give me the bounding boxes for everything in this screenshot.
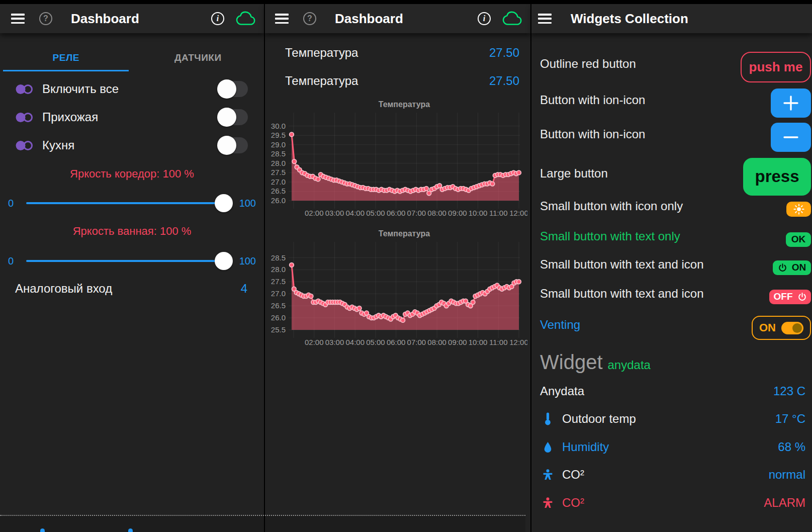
slider-caption-corridor: Яркость коредор: 100 % <box>0 167 264 182</box>
widget-row: Small button with icon only <box>540 197 811 221</box>
on-button[interactable]: ON <box>773 260 811 275</box>
push-me-button[interactable]: push me <box>741 52 811 82</box>
tab-datchiki[interactable]: ДАТЧИКИ <box>132 44 264 71</box>
slider-track[interactable] <box>26 260 231 262</box>
sunny-button[interactable] <box>786 202 811 217</box>
svg-text:28.5: 28.5 <box>271 149 286 158</box>
info-icon[interactable]: i <box>211 12 224 25</box>
widget-row-label: Small button with text and icon <box>540 257 704 272</box>
slider-max-label: 100 <box>235 198 256 209</box>
svg-text:07:00: 07:00 <box>407 338 426 346</box>
menu-icon[interactable] <box>275 14 289 24</box>
ok-button[interactable]: OK <box>786 232 811 247</box>
cloud-icon <box>502 11 523 26</box>
app-bar: ? Dashboard i <box>0 4 264 33</box>
svg-text:29.5: 29.5 <box>271 131 286 139</box>
temperature-label: Температура <box>285 46 358 60</box>
data-row-humidity: Humidity 68 % <box>540 436 805 458</box>
data-row-value: normal <box>769 468 805 482</box>
svg-text:12:00: 12:00 <box>509 338 527 346</box>
widget-row: Venting ON <box>540 314 811 342</box>
remove-button[interactable] <box>771 123 811 152</box>
analog-input-value: 4 <box>241 282 247 296</box>
panel-divider <box>530 0 531 532</box>
venting-label: Venting <box>540 318 580 332</box>
svg-text:28.5: 28.5 <box>271 253 286 262</box>
brightness-slider-bathroom[interactable]: 0 100 <box>8 251 256 271</box>
switch-row-all: Включить все <box>0 75 264 103</box>
svg-text:03:00: 03:00 <box>325 338 344 346</box>
svg-text:04:00: 04:00 <box>345 338 365 346</box>
widget-row: Button with ion-icon <box>540 87 811 119</box>
svg-text:27.5: 27.5 <box>271 277 286 286</box>
widget-row: Button with ion-icon <box>540 121 811 153</box>
switch-hallway[interactable] <box>219 109 248 125</box>
svg-text:08:00: 08:00 <box>427 209 446 217</box>
data-row-label: CO² <box>562 496 584 510</box>
svg-text:05:00: 05:00 <box>366 209 385 217</box>
svg-text:02:00: 02:00 <box>305 209 324 217</box>
slider-min-label: 0 <box>8 255 22 267</box>
help-icon[interactable]: ? <box>39 12 52 25</box>
off-button-text: OFF <box>774 291 793 302</box>
body-icon <box>542 497 554 509</box>
data-row-label: Humidity <box>562 440 609 454</box>
minus-icon <box>782 128 800 146</box>
active-tab-underline <box>3 70 129 71</box>
menu-icon[interactable] <box>11 14 25 24</box>
slider-track[interactable] <box>26 202 231 204</box>
venting-toggle-button[interactable]: ON <box>752 316 811 340</box>
help-icon[interactable]: ? <box>303 12 316 25</box>
body-icon <box>542 469 554 481</box>
switch-label: Кухня <box>42 138 74 152</box>
menu-icon[interactable] <box>538 14 552 24</box>
svg-text:28.0: 28.0 <box>271 265 286 274</box>
slider-knob[interactable] <box>215 252 233 270</box>
venting-toggle[interactable] <box>781 322 803 334</box>
svg-text:27.5: 27.5 <box>271 168 286 176</box>
svg-text:02:00: 02:00 <box>305 338 324 346</box>
temperature-row: Температура 27.50 <box>265 42 530 64</box>
section-title: Widget <box>540 351 603 374</box>
thermometer-icon <box>544 412 552 426</box>
svg-text:09:00: 09:00 <box>448 338 467 346</box>
press-button[interactable]: press <box>743 158 811 196</box>
widget-row-label: Large button <box>540 166 608 181</box>
svg-text:04:00: 04:00 <box>345 209 365 217</box>
svg-text:25.5: 25.5 <box>271 325 286 334</box>
panel-dashboard-sensors: ? Dashboard i Температура 27.50 Температ… <box>265 0 530 532</box>
svg-text:27.0: 27.0 <box>271 178 286 186</box>
brightness-slider-corridor[interactable]: 0 100 <box>8 193 256 213</box>
switch-row-hallway: Прихожая <box>0 103 264 131</box>
temperature-row: Температура 27.50 <box>265 70 530 92</box>
temperature-value: 27.50 <box>489 74 519 88</box>
svg-text:03:00: 03:00 <box>325 209 344 217</box>
clipped-section-heading: Widgetbtn <box>540 32 624 41</box>
info-icon[interactable]: i <box>478 12 491 25</box>
temperature-chart-2: 28.528.027.527.026.526.025.502:0003:0004… <box>266 228 527 350</box>
temperature-label: Температура <box>285 74 358 88</box>
svg-text:26.0: 26.0 <box>271 196 286 205</box>
svg-text:06:00: 06:00 <box>387 209 406 217</box>
widget-row: Small button with text and icon OFF <box>540 285 811 309</box>
sunny-icon <box>793 204 804 215</box>
section-subtitle: anydata <box>608 358 651 372</box>
off-button[interactable]: OFF <box>769 290 811 304</box>
data-row-co2-normal: CO² normal <box>540 464 805 486</box>
dotted-divider <box>0 515 525 516</box>
tab-rele[interactable]: РЕЛЕ <box>0 44 132 71</box>
slider-max-label: 100 <box>235 255 256 267</box>
switch-all[interactable] <box>219 81 248 97</box>
switch-kitchen[interactable] <box>219 137 248 153</box>
panel-widgets-collection: Widgets Collection Widgetbtn Outline red… <box>531 0 812 532</box>
toggle-icon <box>15 112 34 123</box>
power-icon <box>778 263 787 273</box>
svg-text:05:00: 05:00 <box>366 338 385 346</box>
app-screen: ? Dashboard i РЕЛЕ ДАТЧИКИ Включить все <box>0 0 812 532</box>
tab-bar: РЕЛЕ ДАТЧИКИ <box>0 44 264 71</box>
add-button[interactable] <box>771 88 811 118</box>
data-row-anydata: Anydata 123 C <box>540 380 805 402</box>
svg-text:26.5: 26.5 <box>271 187 286 195</box>
slider-knob[interactable] <box>215 194 233 212</box>
cloud-icon <box>235 11 256 26</box>
